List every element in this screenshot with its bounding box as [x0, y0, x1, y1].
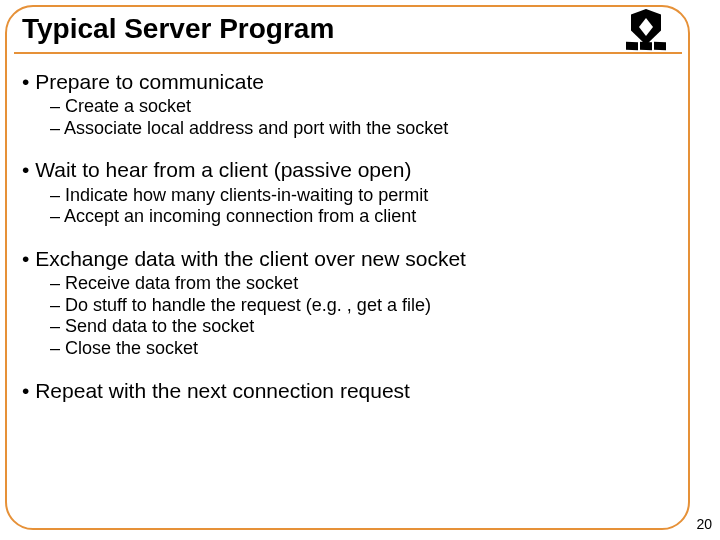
bullet-sub: Indicate how many clients-in-waiting to … [50, 185, 678, 207]
bullet-sub: Close the socket [50, 338, 678, 360]
bullet-sub: Accept an incoming connection from a cli… [50, 206, 678, 228]
bullet-sub: Send data to the socket [50, 316, 678, 338]
bullet-sub: Do stuff to handle the request (e.g. , g… [50, 295, 678, 317]
bullet-main: Repeat with the next connection request [22, 378, 678, 404]
page-number: 20 [696, 516, 712, 532]
bullet-main: Prepare to communicate [22, 69, 678, 95]
slide: Typical Server Program Prepare to commun… [0, 0, 720, 540]
slide-content: Prepare to communicate Create a socket A… [22, 62, 678, 520]
gap [22, 228, 678, 239]
bullet-sub: Create a socket [50, 96, 678, 118]
bullet-sub: Receive data from the socket [50, 273, 678, 295]
bullet-main: Exchange data with the client over new s… [22, 246, 678, 272]
bullet-sub: Associate local address and port with th… [50, 118, 678, 140]
gap [22, 139, 678, 150]
title-area: Typical Server Program [14, 6, 682, 54]
princeton-shield-icon [622, 9, 670, 49]
slide-title: Typical Server Program [22, 13, 334, 45]
bullet-main: Wait to hear from a client (passive open… [22, 157, 678, 183]
gap [22, 360, 678, 371]
